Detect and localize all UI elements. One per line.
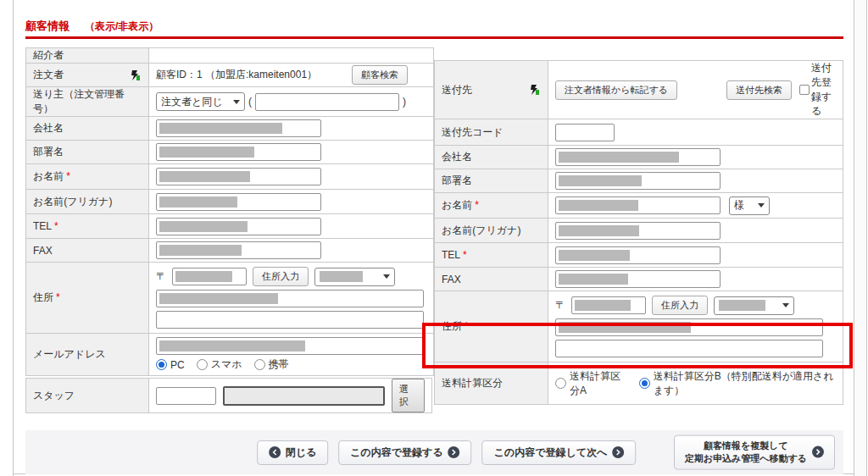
radio-shipping-calc-a[interactable] [555,378,566,389]
redacted-value [159,221,248,232]
address-label: 住所 [33,291,53,303]
shipto-register-checkbox[interactable] [799,85,810,95]
redacted-value [175,271,232,282]
radio-label: 携帯 [269,357,289,372]
orderer-postal-input[interactable] [172,268,247,285]
orderer-label: 注文者 [33,68,64,82]
table-row: TEL* [26,214,434,239]
shipto-table: 送付先 注文者情報から転記する 送付先検索 送付先登録する [434,60,843,405]
fax-label: FAX [33,245,53,257]
redacted-value [559,322,691,333]
orderer-address2-input[interactable] [156,311,424,329]
shipto-search-button[interactable]: 送付先検索 [726,80,792,100]
table-row: 部署名 [435,169,843,193]
address-lookup-button[interactable]: 住所入力 [253,267,309,286]
redacted-value [559,274,628,285]
honorific-select[interactable]: 様 [729,196,770,215]
redacted-value [159,147,254,158]
orderer-fax-input[interactable] [156,241,321,259]
shipto-fax-input[interactable] [555,270,721,288]
redacted-value [559,175,642,186]
shipto-kana-input[interactable] [555,222,721,240]
shipto-department-input[interactable] [555,172,721,190]
table-row: お名前(フリガナ) [435,219,843,243]
chevron-down-icon [758,203,765,208]
table-row: お名前(フリガナ) [26,190,434,214]
required-mark: * [463,249,467,261]
radio-email-pc[interactable] [156,359,167,370]
department-label: 部署名 [442,174,472,186]
shipto-prefecture-select[interactable] [714,296,794,315]
orderer-address1-input[interactable] [156,290,424,307]
section-divider [25,36,843,39]
shipto-address1-input[interactable] [555,318,823,336]
customer-search-button[interactable]: 顧客検索 [352,65,408,85]
table-row: お名前* 様 [435,193,843,219]
chevron-right-circle-icon [612,446,624,458]
name-label: お名前 [33,170,64,182]
required-mark: * [465,320,469,332]
table-row: 送付先 注文者情報から転記する 送付先検索 送付先登録する [435,61,843,119]
duplicate-to-subscription-button[interactable]: 顧客情報を複製して 定期お申込み管理へ移動する [674,435,835,470]
redacted-value [320,271,363,282]
visibility-toggle-link[interactable]: （表示/非表示） [85,19,159,34]
table-row: FAX [26,239,434,263]
redacted-value [159,196,237,208]
paren-close: ) [403,96,406,108]
register-next-button[interactable]: この内容で登録して次へ [482,440,637,465]
orderer-department-input[interactable] [156,143,321,161]
shipto-postal-input[interactable] [571,296,646,314]
shipto-name-input[interactable] [555,196,721,214]
radio-shipping-calc-b[interactable] [639,378,650,389]
copy-from-orderer-button[interactable]: 注文者情報から転記する [555,80,677,100]
staff-select-button[interactable]: 選択 [392,379,425,412]
table-row: 送付先コード [435,119,843,146]
orderer-id-value: 顧客ID：1 （加盟店:kameiten001） [156,68,317,82]
table-row: FAX [435,268,843,291]
orderer-prefecture-select[interactable] [314,268,395,286]
register-button[interactable]: この内容で登録する [338,440,471,465]
transfer-icon [529,84,541,96]
sender-label: 送り主（注文管理番号） [33,88,125,114]
table-row: 送料計算区分 送料計算区分A 送料計算区分B（特別配送料が適用されます） [435,363,843,405]
staff-code-input[interactable] [156,387,216,405]
address-lookup-button[interactable]: 住所入力 [652,296,708,315]
redacted-value [159,293,278,304]
required-mark: * [475,199,479,211]
footer-bar: 閉じる この内容で登録する この内容で登録して次へ 顧客情報を複製して 定期お申… [25,430,843,474]
referrer-value [149,48,434,64]
orderer-name-input[interactable] [156,168,321,185]
table-row: 部署名 [26,141,434,164]
customer-form: 紹介者 注文者 顧客ID：1 （加盟店:kameiten001） [25,47,843,363]
vertical-scrollbar[interactable] [854,0,867,476]
customer-info-panel: 顧客情報 （表示/非表示） 紹介者 注文者 [25,19,843,474]
chevron-down-icon [383,274,390,279]
shipto-tel-input[interactable] [555,246,721,264]
page-title: 顧客情報 [25,19,70,34]
table-row: スタッフ 選択 [26,379,432,413]
sender-select[interactable]: 注文者と同じ [156,92,245,111]
kana-label: お名前(フリガナ) [442,224,520,236]
chevron-down-icon [782,303,789,307]
table-row: 紹介者 [26,48,434,64]
orderer-kana-input[interactable] [156,193,321,211]
chevron-left-circle-icon [269,446,281,458]
department-label: 部署名 [33,146,64,158]
page-left-border [13,0,14,476]
order-number-input[interactable] [255,93,399,111]
redacted-value [159,245,242,256]
radio-label: スマホ [211,357,242,372]
shipto-company-input[interactable] [555,148,721,166]
shipto-code-input[interactable] [555,124,615,141]
shipto-address2-input[interactable] [555,340,823,357]
table-row: 送り主（注文管理番号） 注文者と同じ ( ) [26,87,434,117]
table-row: TEL* [435,243,843,268]
chevron-down-icon [233,100,240,104]
orderer-tel-input[interactable] [156,218,321,235]
orderer-company-input[interactable] [156,119,321,137]
email-input[interactable] [156,337,424,355]
radio-email-smartphone[interactable] [197,359,208,370]
close-button[interactable]: 閉じる [257,440,329,465]
radio-email-mobile[interactable] [254,359,265,370]
radio-label: PC [170,359,185,371]
